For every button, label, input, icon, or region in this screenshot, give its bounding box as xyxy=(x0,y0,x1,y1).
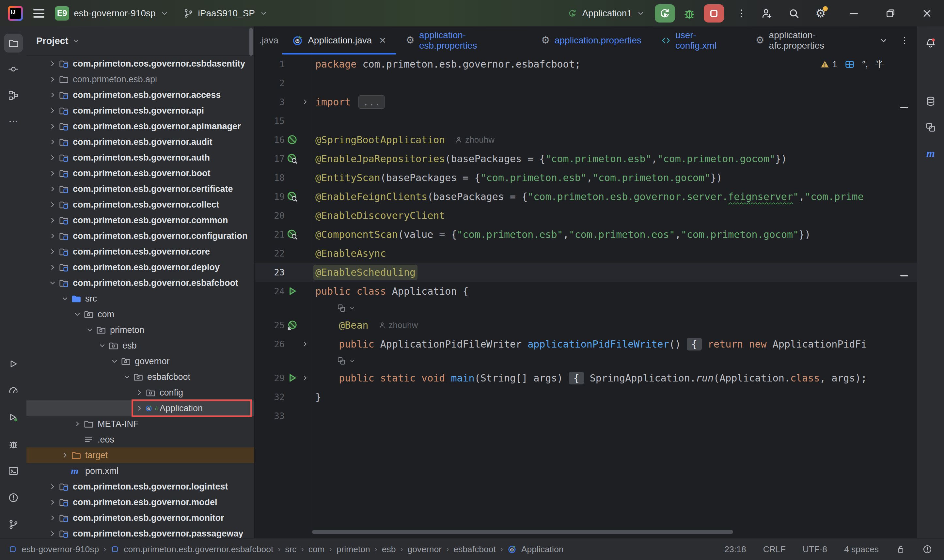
stop-button[interactable] xyxy=(704,4,724,23)
beanarrow-gutter-icon[interactable] xyxy=(285,320,300,331)
tree-item-com.primeton.esb.governor.common[interactable]: com.primeton.esb.governor.common xyxy=(26,212,254,228)
tree-item-com.primeton.esb.governor.access[interactable]: com.primeton.esb.governor.access xyxy=(26,87,254,103)
tree-item-.eos[interactable]: .eos xyxy=(26,432,254,448)
chevron-right-icon[interactable] xyxy=(59,451,71,460)
chevron-down-icon[interactable] xyxy=(47,279,59,287)
error-circle-icon[interactable] xyxy=(922,544,932,554)
more-vertical-icon[interactable] xyxy=(734,6,750,21)
chevron-right-icon[interactable] xyxy=(47,91,59,99)
chevron-right-icon[interactable] xyxy=(47,482,59,491)
tree-item-com[interactable]: com xyxy=(26,306,254,322)
tree-item-com.primeton.esb.api[interactable]: com.primeton.esb.api xyxy=(26,71,254,87)
chevron-right-icon[interactable] xyxy=(47,138,59,146)
unlock-icon[interactable] xyxy=(896,544,906,554)
tree-item-governor[interactable]: governor xyxy=(26,354,254,369)
tree-item-src[interactable]: src xyxy=(26,291,254,306)
chevron-right-icon[interactable] xyxy=(47,498,59,506)
tree-item-META-INF[interactable]: META-INF xyxy=(26,416,254,432)
problems-icon[interactable] xyxy=(4,488,23,507)
tabs-dropdown-icon[interactable] xyxy=(879,35,889,45)
run-configuration-selector[interactable]: Application1 xyxy=(568,8,645,18)
search-icon[interactable] xyxy=(786,6,802,21)
debug-button[interactable] xyxy=(682,6,697,21)
bean-navigation-widget[interactable] xyxy=(255,303,356,312)
tab-Application.java[interactable]: Application.java✕ xyxy=(282,26,396,54)
tree-item-com.primeton.esb.governor.collect[interactable]: com.primeton.esb.governor.collect xyxy=(26,197,254,212)
file-encoding[interactable]: UTF-8 xyxy=(803,544,827,554)
close-icon[interactable]: ✕ xyxy=(379,35,386,46)
breadcrumb-item-com.primeton.esb.governor.esbafcboot[interactable]: com.primeton.esb.governor.esbafcboot xyxy=(111,544,273,554)
tree-item-com.primeton.eos.governor.esbdasentity[interactable]: com.primeton.eos.governor.esbdasentity xyxy=(26,56,254,71)
chevron-down-icon[interactable] xyxy=(121,373,133,381)
tree-item-config[interactable]: config xyxy=(26,385,254,400)
input-source-icon[interactable] xyxy=(844,59,855,69)
chevron-down-icon[interactable] xyxy=(96,342,108,350)
inspection-widget[interactable]: 1 °, 半 xyxy=(820,58,884,70)
chevron-down-icon[interactable] xyxy=(59,294,71,303)
tab-partial-java[interactable]: .java xyxy=(255,26,282,54)
chevron-down-icon[interactable] xyxy=(71,310,83,318)
tree-item-com.primeton.esb.governor.configuration[interactable]: com.primeton.esb.governor.configuration xyxy=(26,228,254,244)
tree-item-com.primeton.esb.governor.passageway[interactable]: com.primeton.esb.governor.passageway xyxy=(26,526,254,538)
chevron-right-icon[interactable] xyxy=(47,59,59,68)
chevron-down-icon[interactable] xyxy=(84,326,95,334)
tab-application-esb.properties[interactable]: ⚙application-esb.properties xyxy=(396,26,531,54)
tree-item-com.primeton.esb.governor.logintest[interactable]: com.primeton.esb.governor.logintest xyxy=(26,479,254,494)
breadcrumb-item-com[interactable]: com xyxy=(308,544,325,554)
tree-item-Application[interactable]: Application xyxy=(26,400,254,416)
branch-widget[interactable]: iPaaS910_SP xyxy=(183,8,268,18)
breadcrumb-item-esb[interactable]: esb xyxy=(382,544,396,554)
spring-icon[interactable] xyxy=(921,118,940,137)
chevron-right-icon[interactable] xyxy=(47,248,59,256)
tree-item-com.primeton.esb.governor.audit[interactable]: com.primeton.esb.governor.audit xyxy=(26,134,254,150)
chevron-right-icon[interactable] xyxy=(47,169,59,177)
commit-icon[interactable] xyxy=(4,60,23,78)
tree-item-com.primeton.esb.governor.certificate[interactable]: com.primeton.esb.governor.certificate xyxy=(26,181,254,197)
fold-chevron-icon[interactable] xyxy=(300,340,311,348)
maven-icon[interactable]: m xyxy=(921,144,940,163)
run-gutter-icon[interactable] xyxy=(285,372,300,383)
tree-item-primeton[interactable]: primeton xyxy=(26,322,254,338)
profiler-icon[interactable] xyxy=(4,381,23,400)
tree-item-com.primeton.esb.governor.core[interactable]: com.primeton.esb.governor.core xyxy=(26,244,254,260)
run-icon[interactable] xyxy=(4,354,23,373)
scan-gutter-icon[interactable] xyxy=(285,191,300,202)
chevron-right-icon[interactable] xyxy=(47,153,59,162)
tab-user-config.xml[interactable]: user-config.xml xyxy=(651,26,746,54)
tree-scrollbar[interactable] xyxy=(249,28,253,56)
notifications-bell-icon[interactable] xyxy=(921,34,940,52)
git-branch-icon[interactable] xyxy=(4,515,23,534)
breadcrumb-item-governor[interactable]: governor xyxy=(408,544,442,554)
statusbar-module-name[interactable]: esb-governor-910sp xyxy=(22,544,99,554)
tree-item-esbafcboot[interactable]: esbafcboot xyxy=(26,369,254,385)
line-separator[interactable]: CRLF xyxy=(763,544,786,554)
tree-item-com.primeton.esb.governor.monitor[interactable]: com.primeton.esb.governor.monitor xyxy=(26,510,254,526)
chevron-right-icon[interactable] xyxy=(71,420,83,428)
main-menu-button[interactable] xyxy=(31,7,46,20)
code-editor[interactable]: 1package com.primeton.esb.governor.esbaf… xyxy=(255,54,918,538)
tab-application-afc.properties[interactable]: ⚙application-afc.properties xyxy=(746,26,879,54)
run-gutter-icon[interactable] xyxy=(285,286,300,297)
tree-item-com.primeton.esb.governor.api[interactable]: com.primeton.esb.governor.api xyxy=(26,103,254,118)
restore-button[interactable] xyxy=(882,6,898,21)
settings-gear-icon[interactable]: ⚙ xyxy=(813,6,829,21)
breadcrumb-item-primeton[interactable]: primeton xyxy=(337,544,370,554)
more-horizontal-icon[interactable] xyxy=(4,112,23,131)
tree-item-esb[interactable]: esb xyxy=(26,338,254,354)
tree-item-target[interactable]: target xyxy=(26,448,254,463)
scan-gutter-icon[interactable] xyxy=(285,229,300,240)
breadcrumb-item-esbafcboot[interactable]: esbafcboot xyxy=(453,544,496,554)
chevron-right-icon[interactable] xyxy=(47,514,59,522)
services-icon[interactable] xyxy=(4,408,23,427)
tree-item-com.primeton.esb.governor.auth[interactable]: com.primeton.esb.governor.auth xyxy=(26,150,254,165)
chevron-right-icon[interactable] xyxy=(47,185,59,193)
fold-chevron-icon[interactable] xyxy=(300,374,311,382)
minimize-button[interactable] xyxy=(846,6,862,21)
tree-item-com.primeton.esb.governor.apimanager[interactable]: com.primeton.esb.governor.apimanager xyxy=(26,118,254,134)
tab-application.properties[interactable]: ⚙application.properties xyxy=(531,26,651,54)
chevron-right-icon[interactable] xyxy=(47,529,59,538)
project-folder-icon[interactable] xyxy=(4,34,23,52)
chevron-down-icon[interactable] xyxy=(109,357,120,366)
chevron-right-icon[interactable] xyxy=(134,388,145,397)
structure-icon[interactable] xyxy=(4,86,23,105)
